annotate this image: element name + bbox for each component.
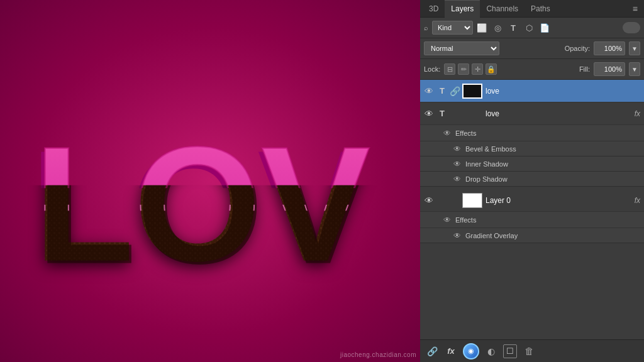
lock-move-icon[interactable]: ✛: [472, 63, 483, 75]
layer-thumb-layer-0: [462, 193, 482, 208]
panel-menu-button[interactable]: ≡: [629, 4, 641, 14]
drop-shadow-eye[interactable]: 👁: [453, 175, 462, 184]
lock-all-icon[interactable]: 🔒: [486, 63, 497, 75]
effects-header-layer-0: 👁 Effects: [420, 212, 644, 228]
text-type-icon-1: T: [437, 86, 447, 96]
layer-love-selected[interactable]: 👁 T 🔗 love: [420, 80, 644, 102]
create-adjustment-icon[interactable]: ◐: [484, 344, 498, 358]
gradient-overlay-label: Gradient Overlay: [465, 232, 518, 239]
tab-bar: 3D Layers Channels Paths ≡: [420, 0, 644, 18]
layer-name-love-2: love: [486, 109, 631, 118]
bevel-emboss-item[interactable]: 👁 Bevel & Emboss: [420, 141, 644, 156]
fill-arrow[interactable]: ▼: [629, 62, 640, 76]
tab-paths[interactable]: Paths: [525, 0, 557, 18]
filter-pixel-icon[interactable]: ⬜: [475, 21, 488, 34]
opacity-input[interactable]: [594, 41, 625, 55]
blend-mode-row: Normal Opacity: ▼: [420, 38, 644, 59]
effects-group-love-2: 👁 Effects 👁 Bevel & Emboss 👁 Inner Shado…: [420, 125, 644, 187]
ps-panel: 3D Layers Channels Paths ≡ ⌕ Kind ⬜ ◎ T …: [420, 0, 644, 362]
inner-shadow-item[interactable]: 👁 Inner Shadow: [420, 156, 644, 172]
effects-label-love-2: Effects: [455, 129, 476, 137]
inner-shadow-label: Inner Shadow: [465, 160, 508, 168]
gradient-overlay-item[interactable]: 👁 Gradient Overlay: [420, 228, 644, 243]
bevel-emboss-label: Bevel & Emboss: [465, 145, 516, 153]
kind-select[interactable]: Kind: [432, 21, 473, 35]
effects-group-layer-0: 👁 Effects 👁 Gradient Overlay: [420, 212, 644, 243]
canvas-area: LOV LOV LOV LOV LOV jiaocheng.chazidian.…: [0, 0, 420, 362]
tab-layers[interactable]: Layers: [445, 0, 480, 18]
layer-fx-button[interactable]: fx: [444, 344, 458, 358]
effects-label-layer-0: Effects: [455, 216, 476, 224]
layers-empty-space: [420, 243, 644, 281]
gradient-eye[interactable]: 👁: [453, 231, 462, 240]
effects-header-love-2: 👁 Effects: [420, 125, 644, 141]
layers-list[interactable]: 👁 T 🔗 love 👁 T love fx 👁 Effects 👁 Bevel…: [420, 80, 644, 339]
layer-fx-layer-0: fx: [635, 196, 640, 205]
drop-shadow-item[interactable]: 👁 Drop Shadow: [420, 172, 644, 187]
lock-label: Lock:: [424, 65, 440, 73]
lock-icons: ⊟ ✏ ✛ 🔒: [444, 63, 497, 75]
filter-shape-icon[interactable]: ⬡: [523, 21, 535, 34]
effects-eye-layer-0[interactable]: 👁: [443, 216, 452, 224]
fill-label: Fill:: [579, 65, 590, 73]
layer-thumb-love-selected: [462, 84, 482, 99]
eye-icon-layer-0[interactable]: 👁: [424, 195, 434, 206]
filter-row: ⌕ Kind ⬜ ◎ T ⬡ 📄: [420, 18, 644, 38]
inner-shadow-eye[interactable]: 👁: [453, 160, 462, 168]
watermark: jiaocheng.chazidian.com: [340, 351, 416, 358]
effects-eye-love-2[interactable]: 👁: [443, 129, 452, 138]
opacity-label: Opacity:: [565, 45, 590, 52]
opacity-arrow[interactable]: ▼: [629, 41, 640, 55]
fill-input[interactable]: [594, 62, 625, 76]
filter-label: ⌕: [424, 24, 428, 31]
blend-mode-select[interactable]: Normal: [424, 41, 499, 55]
eye-icon-love-2[interactable]: 👁: [424, 109, 434, 119]
chain-icon-1: 🔗: [450, 87, 459, 96]
layer-0[interactable]: 👁 Layer 0 fx: [420, 189, 644, 212]
layer-love-2[interactable]: 👁 T love fx: [420, 102, 644, 125]
delete-layer-button[interactable]: 🗑: [522, 344, 536, 358]
tab-channels[interactable]: Channels: [480, 0, 525, 18]
tab-3d[interactable]: 3D: [423, 0, 445, 18]
filter-adjustment-icon[interactable]: ◎: [491, 21, 504, 34]
layer-name-love-selected: love: [486, 87, 640, 96]
text-type-icon-2: T: [437, 109, 447, 119]
lock-paint-icon[interactable]: ✏: [458, 63, 469, 75]
filter-text-icon[interactable]: T: [507, 21, 519, 34]
bottom-toolbar: 🔗 fx ◉ ◐ ☐ 🗑: [420, 339, 644, 362]
layer-fx-love-2: fx: [635, 109, 640, 118]
new-layer-button[interactable]: ☐: [503, 344, 517, 358]
filter-icons: ⬜ ◎ T ⬡ 📄: [475, 21, 551, 34]
filter-smartobj-icon[interactable]: 📄: [538, 21, 551, 34]
filter-toggle[interactable]: [623, 22, 640, 33]
eye-icon-love-selected[interactable]: 👁: [424, 86, 434, 96]
lov-text: LOV LOV LOV LOV LOV: [28, 84, 392, 285]
drop-shadow-label: Drop Shadow: [465, 175, 508, 183]
link-layers-icon[interactable]: 🔗: [425, 344, 439, 358]
new-group-button[interactable]: ◉: [463, 343, 479, 359]
layer-name-layer-0: Layer 0: [486, 196, 631, 205]
lock-row: Lock: ⊟ ✏ ✛ 🔒 Fill: ▼: [420, 59, 644, 80]
lock-transparent-icon[interactable]: ⊟: [444, 63, 455, 75]
bevel-eye[interactable]: 👁: [453, 145, 462, 153]
